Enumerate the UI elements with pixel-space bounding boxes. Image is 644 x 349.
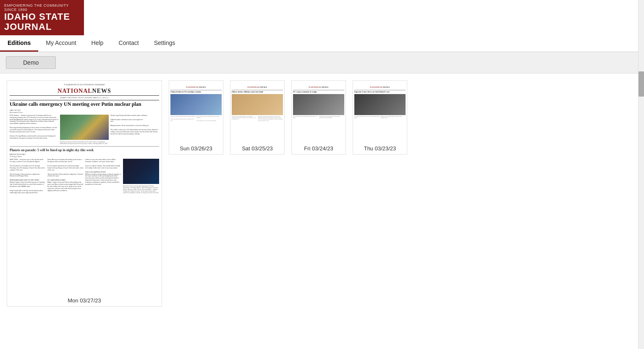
logo-title: IDAHO STATE JOURNAL (4, 12, 80, 32)
edition-card-0[interactable]: NATIONALNEWS China bristles at US warshi… (169, 80, 223, 155)
edition-thumbnail-3: NATIONALNEWS Supreme Court chews on Jack… (353, 81, 407, 143)
np-text-planets-col3: trickier to spot, since they will be clo… (85, 159, 121, 186)
np-byline-2: MADDIE BURKHARTof Scripps News (10, 153, 159, 157)
np-small-headline-0: China bristles at US warship's actions (170, 91, 222, 93)
edition-label-3: Thu 03/23/23 (362, 143, 398, 154)
np-text-planets-col2: Solar, Mercury and Jupiter will quickly … (47, 159, 84, 192)
np-text-col1: KYIV, Ukraine — Ukraine's government on … (10, 115, 58, 139)
nav-item-myaccount[interactable]: My Account (38, 35, 84, 52)
np-pub-info: ADAMS PUBLISHING GROUP | MONDAY, MARCH 2… (10, 97, 159, 99)
logo-tagline: EMPOWERING THE COMMUNITY SINCE 1890 (4, 3, 80, 12)
np-supplement: A supplement to your hometown newspaper (10, 83, 159, 86)
np-byline-1: KARL RITTERAssociated Press (10, 109, 159, 113)
edition-label-2: Fri 03/24/23 (302, 143, 335, 154)
small-editions-container: NATIONALNEWS China bristles at US warshi… (169, 80, 407, 155)
edition-card-3[interactable]: NATIONALNEWS Supreme Court chews on Jack… (353, 80, 407, 155)
edition-card-2[interactable]: NATIONALNEWS SC's top accountant to resi… (291, 80, 346, 155)
nav-item-editions[interactable]: Editions (0, 35, 38, 52)
np-small-headline-1: Palrow insists collision wasn't her faul… (232, 91, 283, 93)
edition-label-0: Sun 03/26/23 (178, 143, 214, 154)
logo: EMPOWERING THE COMMUNITY SINCE 1890 IDAH… (4, 3, 80, 32)
np-headline-1: Ukraine calls emergency UN meeting over … (10, 101, 159, 107)
edition-card-featured[interactable]: A supplement to your hometown newspaper … (7, 80, 162, 307)
scrollbar-track[interactable] (638, 0, 644, 349)
np-image-caption-1: Ukrainian servicemen fold the national f… (60, 141, 109, 144)
np-small-image-1 (232, 94, 283, 115)
scrollbar-thumb[interactable] (639, 71, 644, 97)
logo-header: EMPOWERING THE COMMUNITY SINCE 1890 IDAH… (0, 0, 84, 35)
nav-item-help[interactable]: Help (84, 35, 111, 52)
edition-thumbnail-featured: A supplement to your hometown newspaper … (7, 81, 162, 295)
np-small-headline-3: Supreme Court chews on Jack Daniel's cas… (354, 91, 406, 93)
np-title: NATIONALNEWS (10, 87, 159, 94)
nav-item-settings[interactable]: Settings (147, 35, 183, 52)
edition-card-1[interactable]: NATIONALNEWS Palrow insists collision wa… (230, 80, 285, 155)
demo-button[interactable]: Demo (6, 56, 56, 69)
demo-bar: Demo (0, 52, 644, 73)
edition-thumbnail-2: NATIONALNEWS SC's top accountant to resi… (292, 81, 346, 143)
edition-label-featured: Mon 03/27/23 (66, 295, 103, 306)
np-text-col3: Ukraine says Russia will station tactica… (110, 115, 159, 135)
np-small-image-2 (293, 94, 344, 115)
np-image-planets (123, 159, 159, 184)
np-image-ukraine (60, 115, 109, 140)
navigation-bar: Editions My Account Help Contact Setting… (0, 35, 644, 52)
np-small-image-0 (170, 94, 222, 115)
np-small-headline-2: SC's top accountant to resign (293, 91, 344, 93)
edition-thumbnail-0: NATIONALNEWS China bristles at US warshi… (169, 81, 223, 143)
np-small-image-3 (354, 94, 406, 115)
np-text-planets-col1: NEW YORK — Keep your eye on the sky this… (10, 159, 46, 194)
np-sub-headline: Planets on parade: 5 will be lined up in… (10, 148, 159, 152)
edition-label-1: Sat 03/25/23 (240, 143, 275, 154)
edition-thumbnail-1: NATIONALNEWS Palrow insists collision wa… (230, 81, 284, 143)
np-image-caption-2: A girl looks at the moon through a teles… (123, 185, 159, 194)
editions-grid: A supplement to your hometown newspaper … (0, 73, 644, 313)
nav-item-contact[interactable]: Contact (111, 35, 146, 52)
